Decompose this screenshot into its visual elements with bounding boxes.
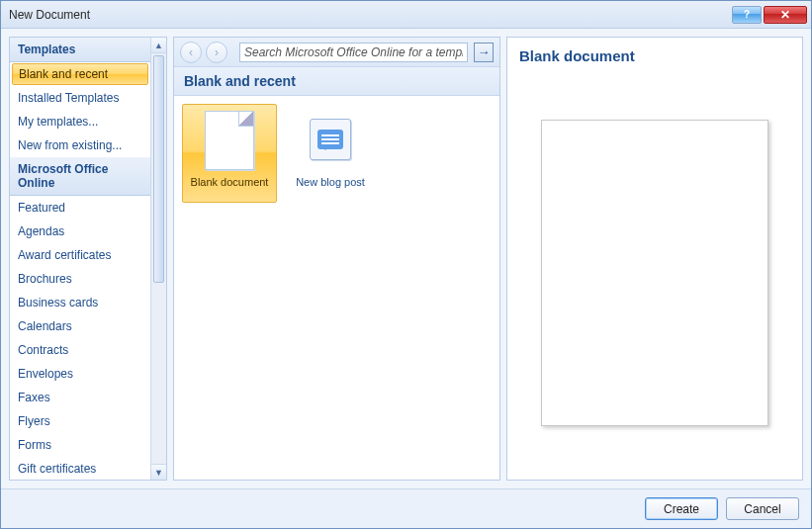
sidebar-item-installed-templates[interactable]: Installed Templates (10, 86, 150, 110)
sidebar-item-new-from-existing[interactable]: New from existing... (10, 133, 150, 157)
create-button[interactable]: Create (645, 497, 718, 520)
forward-button[interactable]: › (206, 42, 227, 63)
sidebar-item-brochures[interactable]: Brochures (10, 267, 150, 291)
arrow-right-icon: → (478, 44, 491, 59)
search-toolbar: ‹ › → (174, 38, 499, 67)
template-blank-document[interactable]: Blank document (182, 104, 277, 203)
search-box (239, 43, 468, 62)
sidebar-item-award-certificates[interactable]: Award certificates (10, 243, 150, 267)
sidebar-item-forms[interactable]: Forms (10, 433, 150, 457)
search-input[interactable] (240, 45, 467, 59)
scroll-up-icon[interactable]: ▲ (151, 38, 166, 53)
sidebar-item-my-templates[interactable]: My templates... (10, 110, 150, 133)
template-label: Blank document (191, 176, 269, 188)
back-button[interactable]: ‹ (180, 42, 202, 63)
scroll-down-icon[interactable]: ▼ (151, 464, 166, 480)
titlebar: New Document ? ✕ (1, 1, 811, 29)
template-grid: Blank document New blog post (174, 96, 499, 480)
preview-title: Blank document (519, 47, 790, 64)
close-button[interactable]: ✕ (764, 6, 807, 24)
sidebar-item-agendas[interactable]: Agendas (10, 220, 150, 243)
sidebar-item-faxes[interactable]: Faxes (10, 386, 150, 409)
preview-page-icon (541, 120, 768, 426)
sidebar: Templates Blank and recent Installed Tem… (9, 37, 167, 481)
sidebar-item-business-cards[interactable]: Business cards (10, 291, 150, 314)
sidebar-item-calendars[interactable]: Calendars (10, 314, 150, 338)
template-new-blog-post[interactable]: New blog post (283, 104, 378, 203)
search-go-button[interactable]: → (474, 43, 494, 62)
window-buttons: ? ✕ (730, 6, 807, 24)
preview-panel: Blank document (506, 37, 803, 481)
sidebar-content: Templates Blank and recent Installed Tem… (10, 38, 150, 480)
scroll-track[interactable] (151, 53, 166, 464)
help-button[interactable]: ? (732, 6, 762, 24)
sidebar-item-envelopes[interactable]: Envelopes (10, 362, 150, 386)
sidebar-header-templates: Templates (10, 38, 150, 62)
blog-post-icon (310, 119, 351, 160)
scroll-thumb[interactable] (153, 55, 164, 283)
document-icon (205, 111, 254, 170)
speech-bubble-icon (317, 130, 343, 149)
window-title: New Document (9, 8, 730, 22)
preview-area (519, 80, 790, 470)
templates-panel: ‹ › → Blank and recent Blank document (173, 37, 500, 481)
cancel-button[interactable]: Cancel (726, 497, 799, 520)
sidebar-item-featured[interactable]: Featured (10, 196, 150, 220)
back-icon: ‹ (189, 45, 193, 59)
sidebar-header-office-online: Microsoft Office Online (10, 157, 150, 196)
forward-icon: › (215, 45, 219, 59)
dialog-footer: Create Cancel (1, 488, 811, 528)
dialog-body: Templates Blank and recent Installed Tem… (1, 29, 811, 488)
section-header: Blank and recent (174, 67, 499, 96)
sidebar-item-flyers[interactable]: Flyers (10, 409, 150, 433)
sidebar-item-blank-recent[interactable]: Blank and recent (12, 63, 148, 85)
sidebar-item-contracts[interactable]: Contracts (10, 338, 150, 362)
template-label: New blog post (296, 176, 365, 188)
new-document-dialog: New Document ? ✕ Templates Blank and rec… (0, 0, 812, 529)
sidebar-item-gift-certificates[interactable]: Gift certificates (10, 457, 150, 480)
sidebar-scrollbar[interactable]: ▲ ▼ (150, 38, 166, 480)
